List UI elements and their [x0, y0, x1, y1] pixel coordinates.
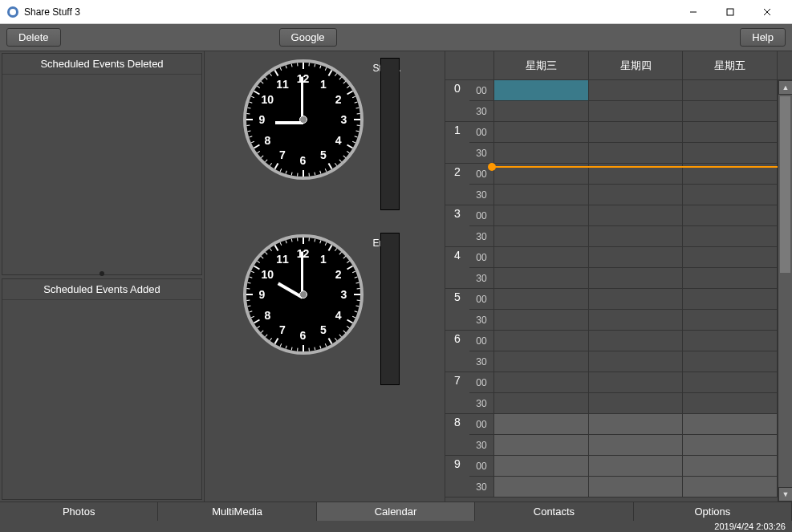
- calendar-row: [494, 289, 778, 310]
- end-clock[interactable]: 121234567891011: [243, 234, 364, 355]
- tab-options[interactable]: Options: [634, 502, 792, 521]
- calendar-cell[interactable]: [589, 331, 684, 351]
- calendar-cell[interactable]: [683, 414, 778, 434]
- maximize-button[interactable]: [712, 0, 749, 24]
- calendar-cell[interactable]: [589, 247, 684, 267]
- calendar-cell[interactable]: [494, 331, 589, 351]
- calendar-cell[interactable]: [589, 289, 684, 309]
- calendar-cell[interactable]: [494, 456, 589, 476]
- calendar-cell[interactable]: [589, 268, 684, 288]
- tab-photos[interactable]: Photos: [0, 502, 158, 521]
- splitter-handle[interactable]: [100, 271, 104, 276]
- calendar-row: [494, 226, 778, 247]
- hour-label: 1: [445, 122, 469, 164]
- calendar-scrollbar[interactable]: ▲ ▼: [778, 80, 792, 502]
- scroll-up-arrow[interactable]: ▲: [778, 80, 792, 95]
- calendar-cell[interactable]: [683, 268, 778, 288]
- calendar-cell[interactable]: [589, 205, 684, 225]
- calendar-cell[interactable]: [494, 205, 589, 225]
- calendar-cell[interactable]: [494, 289, 589, 309]
- bottom-tabs: PhotosMultiMediaCalendarContactsOptions: [0, 502, 792, 521]
- calendar-cell[interactable]: [683, 205, 778, 225]
- added-events-panel: Scheduled Events Added: [2, 278, 202, 501]
- google-button[interactable]: Google: [279, 28, 337, 47]
- minute-label: 30: [469, 310, 494, 331]
- help-button[interactable]: Help: [740, 28, 786, 47]
- calendar-cell[interactable]: [589, 435, 684, 455]
- hour-label: 4: [445, 247, 469, 289]
- status-bar: 2019/4/24 2:03:26: [0, 521, 792, 532]
- calendar-cell[interactable]: [494, 101, 589, 121]
- minute-label: 00: [469, 289, 494, 310]
- hour-label: 7: [445, 372, 469, 414]
- clock-column: 121234567891011 Start... 121234567891011…: [205, 51, 445, 502]
- calendar-cell[interactable]: [494, 226, 589, 246]
- calendar-cell[interactable]: [589, 143, 684, 163]
- tab-calendar[interactable]: Calendar: [317, 502, 475, 521]
- calendar-cell[interactable]: [683, 247, 778, 267]
- calendar-cell[interactable]: [589, 185, 684, 205]
- tab-multimedia[interactable]: MultiMedia: [158, 502, 316, 521]
- calendar-cell[interactable]: [589, 477, 684, 497]
- calendar-cell[interactable]: [494, 268, 589, 288]
- calendar-cell[interactable]: [494, 247, 589, 267]
- calendar-cell[interactable]: [683, 101, 778, 121]
- minute-label: 00: [469, 331, 494, 351]
- calendar-cell[interactable]: [589, 226, 684, 246]
- calendar-cell[interactable]: [683, 477, 778, 497]
- calendar-cell[interactable]: [683, 351, 778, 372]
- titlebar: Share Stuff 3: [0, 0, 792, 24]
- calendar-cell[interactable]: [683, 372, 778, 392]
- calendar-cell[interactable]: [494, 185, 589, 205]
- calendar-cell[interactable]: [589, 414, 684, 434]
- minimize-button[interactable]: [675, 0, 712, 24]
- calendar-cell[interactable]: [683, 456, 778, 476]
- end-slider[interactable]: [380, 233, 400, 385]
- calendar-cell[interactable]: [683, 435, 778, 455]
- calendar-cell[interactable]: [494, 435, 589, 455]
- tab-contacts[interactable]: Contacts: [475, 502, 633, 521]
- calendar-row: [494, 205, 778, 226]
- calendar-cell[interactable]: [589, 101, 684, 121]
- calendar-cell[interactable]: [589, 80, 684, 100]
- calendar-cell[interactable]: [494, 351, 589, 372]
- day-header[interactable]: 星期三: [494, 51, 589, 79]
- calendar-cell[interactable]: [683, 80, 778, 100]
- calendar-cell[interactable]: [589, 372, 684, 392]
- calendar-cell[interactable]: [683, 122, 778, 142]
- calendar-cell[interactable]: [494, 122, 589, 142]
- delete-button[interactable]: Delete: [6, 28, 61, 47]
- calendar-cell[interactable]: [494, 310, 589, 330]
- calendar-cell[interactable]: [494, 143, 589, 163]
- scroll-thumb[interactable]: [780, 96, 790, 273]
- minute-label: 30: [469, 101, 494, 122]
- calendar-grid[interactable]: [494, 80, 778, 502]
- calendar-cell[interactable]: [683, 331, 778, 351]
- day-header[interactable]: 星期五: [683, 51, 778, 79]
- day-header[interactable]: 星期四: [589, 51, 684, 79]
- calendar-cell[interactable]: [683, 143, 778, 163]
- start-slider[interactable]: [380, 58, 400, 210]
- calendar-cell[interactable]: [589, 393, 684, 413]
- calendar-cell[interactable]: [589, 456, 684, 476]
- calendar-cell[interactable]: [683, 393, 778, 413]
- current-time-line: [494, 166, 778, 168]
- calendar-cell[interactable]: [589, 122, 684, 142]
- scroll-down-arrow[interactable]: ▼: [778, 487, 792, 502]
- calendar-cell[interactable]: [494, 477, 589, 497]
- close-button[interactable]: [749, 0, 786, 24]
- calendar-cell[interactable]: [683, 226, 778, 246]
- hour-label: 2: [445, 164, 469, 205]
- calendar-cell[interactable]: [589, 310, 684, 330]
- calendar-cell[interactable]: [683, 310, 778, 330]
- calendar-cell[interactable]: [494, 414, 589, 434]
- calendar-cell[interactable]: [683, 289, 778, 309]
- current-time-dot: [488, 163, 496, 171]
- svg-rect-3: [727, 9, 733, 15]
- calendar-cell[interactable]: [494, 372, 589, 392]
- calendar-cell[interactable]: [494, 80, 589, 100]
- start-clock[interactable]: 121234567891011: [243, 59, 364, 180]
- calendar-cell[interactable]: [589, 351, 684, 372]
- calendar-cell[interactable]: [494, 393, 589, 413]
- calendar-cell[interactable]: [683, 185, 778, 205]
